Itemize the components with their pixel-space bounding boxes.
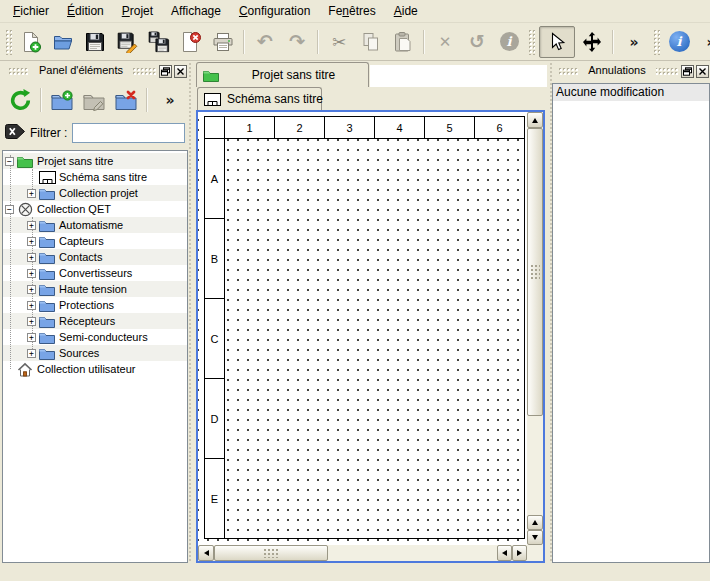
expand-toggle[interactable]: + (27, 301, 36, 310)
elements-panel-titlebar[interactable]: Panel d'éléments (2, 62, 188, 81)
save-all-button[interactable] (144, 27, 174, 57)
horizontal-scroll-thumb[interactable] (214, 545, 328, 561)
expand-toggle[interactable]: + (27, 269, 36, 278)
diagram-canvas[interactable]: 123456ABCDE (198, 112, 527, 545)
new-category-button[interactable] (47, 85, 77, 115)
tree-item-semi-conducteurs[interactable]: +Semi-conducteurs (3, 329, 187, 345)
main-toolbar-separator (612, 30, 614, 54)
copy-button[interactable] (356, 27, 386, 57)
main-toolbar-drag-handle[interactable] (528, 29, 535, 55)
vertical-scroll-thumb[interactable] (527, 128, 543, 416)
toolbar-overflow-2-button[interactable]: » (696, 27, 710, 57)
tree-item-automatisme[interactable]: +Automatisme (3, 217, 187, 233)
chevron-icon: » (165, 92, 174, 108)
paste-button[interactable] (388, 27, 418, 57)
reload-collections-button[interactable] (5, 85, 35, 115)
expand-toggle[interactable]: + (27, 333, 36, 342)
scroll-left-button-2[interactable] (497, 545, 512, 561)
expand-toggle[interactable]: + (27, 237, 36, 246)
dock-float-icon (161, 67, 170, 76)
main-toolbar-drag-handle[interactable] (5, 29, 12, 55)
tree-item-sources[interactable]: +Sources (3, 345, 187, 361)
undo-button[interactable]: ↶ (250, 27, 280, 57)
filter-input[interactable] (72, 123, 185, 143)
menu-edition[interactable]: Édition (58, 1, 113, 21)
panel-toolbar-separator (146, 88, 148, 112)
menu-affichage[interactable]: Affichage (162, 1, 230, 21)
expand-toggle[interactable]: + (27, 221, 36, 230)
row-label-D: D (204, 378, 225, 459)
undo-panel-float-button[interactable] (681, 65, 694, 78)
tree-item-collection-projet[interactable]: +Collection projet (3, 185, 187, 201)
collapse-toggle[interactable]: − (5, 205, 14, 214)
menu-projet[interactable]: Projet (113, 1, 162, 21)
select-mode-button[interactable] (539, 26, 575, 58)
tree-item-projet-sans-titre[interactable]: −Projet sans titre (3, 153, 187, 169)
rotate-icon: ↺ (469, 32, 485, 51)
new-document-button[interactable] (16, 27, 46, 57)
toolbar-overflow-button[interactable]: » (619, 27, 649, 57)
column-header-5: 5 (424, 116, 475, 139)
menu-configuration[interactable]: Configuration (230, 1, 319, 21)
doc-close-icon (180, 31, 202, 53)
clear-filter-button[interactable] (5, 124, 25, 142)
edit-category-button[interactable] (79, 85, 109, 115)
expand-toggle[interactable]: + (27, 253, 36, 262)
element-info-button[interactable]: i (494, 27, 524, 57)
tree-item-recepteurs[interactable]: +Récepteurs (3, 313, 187, 329)
tree-item-haute-tension[interactable]: +Haute tension (3, 281, 187, 297)
element-tree[interactable]: −Projet sans titreSchéma sans titre+Coll… (2, 150, 188, 563)
elements-panel-close-button[interactable] (174, 65, 187, 78)
print-button[interactable] (208, 27, 238, 57)
tree-item-label: Schéma sans titre (56, 171, 147, 183)
horizontal-scroll-track[interactable] (328, 545, 497, 561)
tab-projet-sans-titre[interactable]: Projet sans titre (196, 62, 369, 87)
expand-toggle[interactable]: + (27, 189, 36, 198)
tree-item-convertisseurs[interactable]: +Convertisseurs (3, 265, 187, 281)
panel-overflow-button[interactable]: » (155, 85, 185, 115)
menu-fichier[interactable]: Fichier (4, 1, 58, 21)
save-button[interactable] (80, 27, 110, 57)
floppy-icon (84, 31, 106, 53)
main-toolbar-drag-handle[interactable] (653, 29, 660, 55)
tree-item-capteurs[interactable]: +Capteurs (3, 233, 187, 249)
collapse-toggle[interactable]: − (5, 157, 14, 166)
delete-category-button[interactable] (111, 85, 141, 115)
cut-button[interactable]: ✂ (324, 27, 354, 57)
menu-aide[interactable]: Aide (385, 1, 427, 21)
tree-item-collection-utilisateur[interactable]: Collection utilisateur (3, 361, 187, 377)
main-toolbar-separator (243, 30, 245, 54)
rotate-button[interactable]: ↺ (462, 27, 492, 57)
undo-panel-close-button[interactable] (696, 65, 709, 78)
save-as-button[interactable] (112, 27, 142, 57)
undo-panel-titlebar[interactable]: Annulations (552, 62, 710, 81)
open-document-button[interactable] (48, 27, 78, 57)
scroll-up-button[interactable] (527, 112, 543, 128)
tab-schema-sans-titre[interactable]: Schéma sans titre (197, 87, 322, 110)
expand-toggle[interactable]: + (27, 317, 36, 326)
dock-close-icon (698, 67, 707, 76)
tree-item-contacts[interactable]: +Contacts (3, 249, 187, 265)
filter-label: Filtrer : (30, 126, 67, 140)
close-document-button[interactable] (176, 27, 206, 57)
row-label-B: B (204, 218, 225, 299)
undo-list[interactable]: Aucune modification (552, 83, 710, 563)
about-qet-button[interactable]: i (664, 27, 694, 57)
scroll-up-button-2[interactable] (527, 515, 543, 530)
expand-toggle[interactable]: + (27, 349, 36, 358)
redo-button[interactable]: ↷ (282, 27, 312, 57)
undo-item-aucune-modification[interactable]: Aucune modification (553, 84, 709, 101)
delete-button[interactable]: ✕ (430, 27, 460, 57)
pan-mode-button[interactable] (577, 27, 607, 57)
scroll-right-button[interactable] (512, 545, 527, 561)
scroll-down-button[interactable] (527, 530, 543, 545)
expand-toggle[interactable]: + (27, 285, 36, 294)
vertical-scroll-track[interactable] (527, 416, 543, 515)
menu-fenetres[interactable]: Fenêtres (319, 1, 384, 21)
scroll-left-button[interactable] (198, 545, 214, 561)
tree-item-collection-qet[interactable]: −Collection QET (3, 201, 187, 217)
tree-item-schema-sans-titre[interactable]: Schéma sans titre (3, 169, 187, 185)
tree-item-protections[interactable]: +Protections (3, 297, 187, 313)
menu-bar: FichierÉditionProjetAffichageConfigurati… (0, 0, 710, 23)
elements-panel-float-button[interactable] (159, 65, 172, 78)
